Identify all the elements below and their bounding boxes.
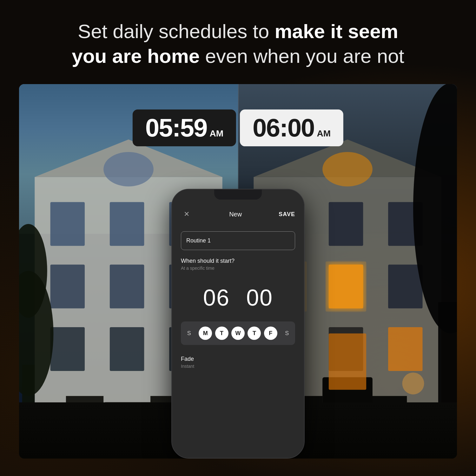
when-subtitle: At a specific time — [181, 266, 295, 271]
when-title: When should it start? — [181, 258, 295, 264]
phone-content: Routine 1 When should it start? At a spe… — [172, 225, 304, 458]
header-section: Set daily schedules to make it seem you … — [40, 0, 436, 84]
day-monday[interactable]: M — [199, 327, 212, 340]
when-section: When should it start? At a specific time — [181, 258, 295, 271]
svg-rect-26 — [388, 265, 422, 308]
phone-screen-title: New — [229, 211, 242, 218]
close-button[interactable]: ✕ — [181, 208, 192, 220]
svg-rect-7 — [110, 265, 144, 308]
header-bold-1: make it seem — [274, 20, 398, 42]
phone-container: ✕ New SAVE Routine 1 When should it star… — [171, 189, 305, 459]
svg-rect-35 — [329, 334, 366, 390]
fade-title: Fade — [181, 356, 295, 362]
time-hours[interactable]: 06 — [197, 285, 235, 311]
fade-subtitle: Instant — [181, 364, 295, 369]
page-content: Set daily schedules to make it seem you … — [0, 0, 476, 476]
svg-rect-6 — [50, 265, 85, 308]
day-thursday[interactable]: T — [248, 327, 261, 340]
day-tuesday[interactable]: T — [215, 327, 228, 340]
time-before-ampm: AM — [209, 129, 223, 139]
day-saturday[interactable]: S — [280, 327, 294, 340]
svg-point-37 — [402, 373, 424, 394]
time-picker[interactable]: 06 00 — [181, 278, 295, 314]
svg-rect-22 — [329, 202, 363, 246]
svg-rect-31 — [388, 327, 422, 371]
routine-name-input[interactable]: Routine 1 — [181, 231, 295, 250]
day-friday[interactable]: F — [264, 327, 277, 340]
svg-rect-20 — [322, 152, 373, 186]
phone-screen: ✕ New SAVE Routine 1 When should it star… — [172, 189, 304, 458]
header-regular-2: even when you are not — [200, 45, 404, 67]
time-minutes[interactable]: 00 — [241, 285, 279, 311]
svg-rect-2 — [103, 152, 154, 186]
svg-rect-9 — [50, 327, 85, 371]
time-badge-before: 05:59 AM — [133, 109, 236, 146]
day-wednesday[interactable]: W — [231, 327, 245, 340]
time-badge-after: 06:00 AM — [240, 109, 343, 146]
time-after-value: 06:00 — [253, 115, 314, 141]
header-text: Set daily schedules to make it seem you … — [72, 19, 404, 68]
phone-header: ✕ New SAVE — [172, 205, 304, 225]
time-before-value: 05:59 — [145, 115, 207, 141]
days-selector[interactable]: S M T W T F S — [181, 321, 295, 345]
header-bold-2: you are home — [72, 45, 200, 67]
main-image-area: 05:59 AM 06:00 AM ✕ New SAVE — [19, 84, 457, 459]
save-button[interactable]: SAVE — [279, 211, 295, 218]
fade-section: Fade Instant — [181, 353, 295, 369]
svg-rect-28 — [326, 261, 366, 312]
svg-rect-4 — [110, 202, 144, 246]
svg-rect-10 — [110, 327, 144, 371]
time-badges: 05:59 AM 06:00 AM — [133, 109, 343, 146]
svg-rect-3 — [50, 202, 85, 246]
time-after-ampm: AM — [317, 129, 331, 139]
phone-body: ✕ New SAVE Routine 1 When should it star… — [171, 189, 305, 459]
day-sunday[interactable]: S — [182, 327, 196, 340]
phone-notch — [214, 189, 262, 200]
